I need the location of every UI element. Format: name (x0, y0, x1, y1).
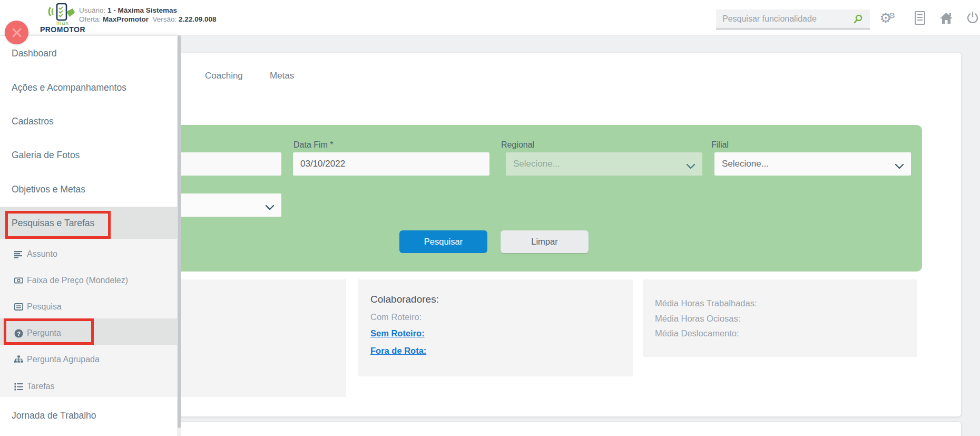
close-icon (11, 27, 23, 38)
sidebar-scrollbar-thumb[interactable] (178, 35, 181, 428)
regional-label: Regional (501, 140, 534, 150)
report-document-icon[interactable] (910, 8, 929, 27)
navigation-drawer: DashboardAções e AcompanhamentosCadastro… (0, 35, 181, 436)
filial-select-value: Selecione... (722, 159, 769, 169)
sidebar-item-dashboard[interactable]: Dashboard (0, 44, 177, 62)
sidebar-item-label: Pesquisas e Tarefas (12, 218, 94, 228)
stats-box-left (174, 279, 346, 397)
settings-gears-icon[interactable]: ⚙⚙ (876, 8, 895, 27)
media-horas-trabalhadas-label: Média Horas Trabalhadas: (655, 298, 757, 308)
sidebar-item-label: Faixa de Preço (Mondelez) (27, 272, 128, 289)
data-fim-label: Data Fim * (293, 140, 334, 150)
sidebar-item-pergunta-agrupada[interactable]: Pergunta Agrupada (0, 351, 177, 369)
collaborators-title: Colaboradores: (370, 294, 439, 305)
pesquisar-button[interactable]: Pesquisar (399, 230, 487, 253)
data-inicio-input[interactable] (174, 152, 281, 176)
sidebar-item-label: Pergunta (27, 324, 61, 342)
sidebar-item-cadastros[interactable]: Cadastros (0, 112, 177, 130)
svg-text:?: ? (17, 330, 21, 336)
sidebar-item-jornada-de-trabalho[interactable]: Jornada de Trabalho (0, 406, 177, 424)
chevron-down-icon (266, 202, 274, 213)
regional-select[interactable]: Selecione... (506, 152, 702, 176)
close-menu-button[interactable] (5, 21, 28, 44)
version-label: Versão: (153, 15, 177, 23)
sidebar-item-label: Tarefas (27, 377, 54, 395)
user-value: 1 - Máxima Sistemas (107, 6, 177, 14)
top-header: max PROMOTOR Usuário: 1 - Máxima Sistema… (0, 0, 980, 35)
chevron-down-icon (895, 161, 904, 172)
stats-box-collaborators: Colaboradores: Com Roteiro: Sem Roteiro:… (358, 279, 633, 376)
sidebar-item-pergunta[interactable]: ?Pergunta (0, 324, 177, 342)
search-icon[interactable] (853, 14, 863, 27)
sidebar-item-faixa-de-preco-mondelez[interactable]: Faixa de Preço (Mondelez) (0, 272, 177, 289)
offer-label: Oferta: (79, 15, 101, 23)
sidebar-item-tarefas[interactable]: Tarefas (0, 377, 177, 395)
money-bill-icon (14, 276, 23, 285)
sem-roteiro-link[interactable]: Sem Roteiro: (370, 328, 425, 338)
filial-select[interactable]: Selecione... (714, 152, 911, 176)
sidebar-item-assunto[interactable]: Assunto (0, 245, 177, 263)
regional-select-value: Selecione... (513, 159, 560, 169)
row2-select[interactable] (174, 193, 281, 217)
version-value: 2.22.09.008 (179, 15, 216, 23)
functionality-search (716, 9, 870, 30)
sidebar-item-label: Jornada de Trabalho (12, 410, 96, 421)
data-fim-input[interactable] (293, 152, 489, 176)
stats-box-averages: Média Horas Trabalhadas: Média Horas Oci… (643, 279, 917, 357)
sidebar-item-galeria-de-fotos[interactable]: Galeria de Fotos (0, 146, 177, 164)
filial-label: Filial (711, 140, 729, 150)
list-alt-icon (14, 303, 23, 312)
tab-metas[interactable]: Metas (270, 71, 294, 81)
com-roteiro-label: Com Roteiro: (370, 312, 422, 322)
sidebar-item-label: Galeria de Fotos (12, 150, 80, 160)
list-ol-icon (14, 382, 23, 391)
sidebar-item-pesquisas-e-tarefas[interactable]: Pesquisas e Tarefas (0, 214, 177, 232)
logo-promotor-text: PROMOTOR (34, 25, 92, 34)
sitemap-icon (14, 355, 23, 364)
sidebar-item-label: Dashboard (12, 48, 57, 59)
tab-coaching[interactable]: Coaching (205, 71, 243, 81)
sidebar-item-label: Pergunta Agrupada (27, 351, 100, 369)
sidebar-item-label: Ações e Acompanhamentos (12, 82, 126, 93)
sidebar-item-label: Assunto (27, 245, 57, 263)
sidebar-item-label: Cadastros (12, 116, 54, 127)
sidebar-item-label: Pesquisa (27, 298, 62, 316)
media-horas-ociosas-label: Média Horas Ociosas: (655, 314, 740, 324)
home-icon[interactable] (937, 8, 956, 27)
fora-de-rota-link[interactable]: Fora de Rota: (370, 346, 426, 355)
question-circle-icon: ? (14, 329, 23, 338)
secondary-panel (168, 422, 961, 436)
sidebar-item-objetivos-e-metas[interactable]: Objetivos e Metas (0, 180, 177, 198)
sidebar-item-pesquisa[interactable]: Pesquisa (0, 298, 177, 316)
sidebar-item-label: Objetivos e Metas (12, 184, 85, 195)
functionality-search-input[interactable] (716, 9, 870, 28)
maxpromotor-screen: AcompanhamentoCoachingMetas Data Fim * R… (0, 0, 980, 436)
sidebar-item-acoes-e-acompanhamentos[interactable]: Ações e Acompanhamentos (0, 79, 177, 96)
offer-value: MaxPromotor (103, 15, 149, 23)
session-info: Usuário: 1 - Máxima Sistemas Oferta: Max… (79, 6, 216, 24)
limpar-button[interactable]: Limpar (501, 230, 589, 253)
user-label: Usuário: (79, 6, 105, 14)
media-deslocamento-label: Média Deslocamento: (655, 328, 739, 338)
chevron-down-icon (687, 161, 695, 172)
align-left-icon (14, 250, 23, 259)
phone-checklist-logo-icon (47, 3, 76, 21)
power-logout-icon[interactable] (963, 8, 980, 27)
